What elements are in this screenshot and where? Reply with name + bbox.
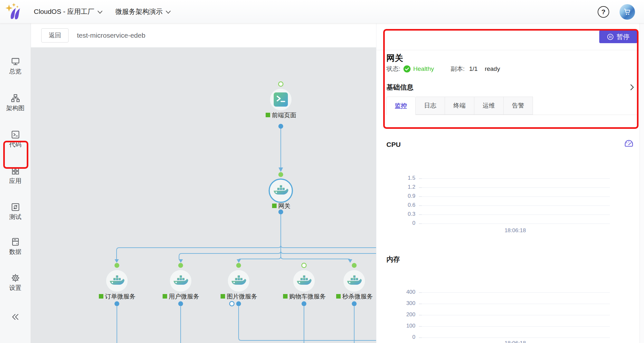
node-label: 秒杀微服务 [342,293,373,300]
y-tick: 1.5 [386,175,415,181]
edge-arrowheads [115,167,352,263]
gridline [419,178,610,179]
sidebar-item-label: 测试 [0,214,31,221]
status-square [99,294,103,299]
healthy-check-icon [403,65,411,72]
tab-logs[interactable]: 日志 [416,97,445,115]
port-in [115,263,119,268]
status-value: Healthy [413,65,434,72]
status-square [221,294,225,299]
node-order-service[interactable]: 订单微服务 [99,263,136,306]
help-icon[interactable]: ? [598,6,609,18]
gridline [419,214,610,215]
status-square [272,204,277,208]
memory-chart-title: 内存 [386,255,400,264]
gridline [419,205,610,206]
port-in [178,263,183,268]
y-tick: 0.3 [386,211,415,217]
y-tick: 100 [386,323,415,329]
pause-label: 暂停 [617,33,630,41]
status-square [266,113,270,117]
sidebar-item-label: 代码 [0,141,31,148]
basic-info-toggle[interactable]: 基础信息 [386,82,634,92]
topology-edges [117,129,376,343]
double-chevron-left-icon [10,312,21,322]
port-in [279,172,283,177]
left-sidebar: 总览 架构图 代码 [0,24,31,343]
pause-button[interactable]: 暂停 [599,30,637,43]
tab-terminal[interactable]: 终端 [445,97,474,115]
replicas-label: 副本: [451,65,465,73]
topology-graph: 前端页面 网关 订单微服务 [31,47,376,343]
port-in [352,263,357,268]
tab-monitoring[interactable]: 监控 [386,97,416,115]
sidebar-item-apps[interactable]: 应用 [0,166,31,185]
y-tick: 0.6 [386,202,415,208]
port-out [352,301,357,306]
y-tick: 200 [386,311,415,318]
product-switcher[interactable]: CloudOS - 应用工厂 [34,7,102,16]
port-out [302,301,307,306]
tab-alerts[interactable]: 告警 [504,97,533,115]
node-label: 前端页面 [272,112,296,119]
chevron-right-icon [630,84,634,91]
cloudos-app: 前端页面 网关 订单微服务 [0,0,644,343]
status-square [283,294,288,299]
node-seckill-service[interactable]: 秒杀微服务 [336,263,373,306]
gridline [419,187,610,188]
sidebar-collapse-button[interactable] [0,312,31,323]
gauge-icon[interactable] [624,139,634,149]
node-user-service[interactable]: 用户微服务 [163,263,199,306]
x-tick: 18:06:18 [485,227,546,234]
workspace-label: 微服务架构演示 [115,7,163,16]
topology-canvas[interactable]: 前端页面 网关 订单微服务 [31,47,376,343]
status-label: 状态: [386,65,400,73]
sidebar-item-data[interactable]: 数据 [0,237,31,255]
panel-title: 网关 [386,52,403,64]
sidebar-item-architecture[interactable]: 架构图 [0,93,31,112]
sidebar-item-test[interactable]: 测试 [0,202,31,221]
sidebar-item-overview[interactable]: 总览 [0,57,31,75]
cart-icon [623,8,631,16]
top-header: CloudOS - 应用工厂 微服务架构演示 ? [0,0,644,24]
node-label: 购物车微服务 [289,293,326,300]
y-tick: 0 [386,334,415,340]
sidebar-item-label: 数据 [0,248,31,255]
sidebar-item-settings[interactable]: 设置 [0,273,31,291]
y-tick: 1.2 [386,184,415,190]
sidebar-item-code[interactable]: 代码 [0,130,31,148]
port-out [279,124,283,129]
back-button[interactable]: 返回 [41,28,69,43]
y-tick: 300 [386,300,415,307]
hierarchy-icon [11,93,20,103]
node-image-service[interactable]: 图片微服务 [221,263,257,306]
sidebar-item-label: 架构图 [0,105,31,112]
gridline [419,326,610,327]
cpu-chart-title: CPU [386,141,401,148]
tab-operations[interactable]: 运维 [474,97,504,115]
node-label: 用户微服务 [169,293,199,300]
node-cart-service[interactable]: 购物车微服务 [283,263,326,306]
status-square [336,294,341,299]
gridline [419,196,610,197]
status-row: 状态: Healthy 副本: 1/1 ready [386,65,500,73]
node-label: 图片微服务 [227,293,257,300]
sidebar-item-label: 总览 [0,68,31,75]
node-gateway[interactable]: 网关 [269,172,292,214]
brand-label: CloudOS - 应用工厂 [34,7,94,16]
y-tick: 0 [386,220,415,226]
port-out [115,301,119,306]
pause-icon [607,33,614,40]
panel-scrollbar[interactable] [639,24,644,343]
workspace-switcher[interactable]: 微服务架构演示 [115,7,171,16]
port-out [236,301,241,306]
gridline [419,292,610,293]
sidebar-item-label: 应用 [0,177,31,185]
grid-icon [11,166,20,176]
avatar[interactable] [620,4,635,20]
replicas-value: 1/1 [469,65,478,72]
monitor-icon [11,57,20,66]
cloudos-logo-icon [5,3,23,21]
node-frontend[interactable]: 前端页面 [266,82,296,129]
port-out [279,210,283,214]
